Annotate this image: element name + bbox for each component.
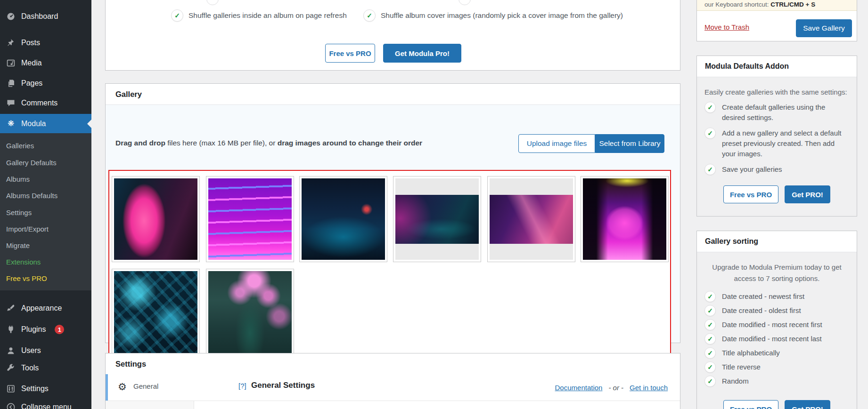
settings-panel: Settings ⚙ General [?] General Settings … xyxy=(105,353,680,409)
gallery-image-cyan-cubes[interactable] xyxy=(112,269,200,356)
general-tab-label: General xyxy=(133,382,158,390)
submenu-item-extensions[interactable]: Extensions xyxy=(6,257,41,267)
sidebar-item-label: Media xyxy=(21,59,42,67)
media-icon xyxy=(6,58,16,68)
help-icon[interactable]: [?] xyxy=(238,382,246,390)
select-from-library-button[interactable]: Select from Library xyxy=(595,134,664,153)
sidebar-item-label: Settings xyxy=(21,385,49,393)
gallery-images-dropzone[interactable] xyxy=(108,170,671,361)
defaults-box-title: Modula Defaults Addon xyxy=(697,56,857,77)
shuffle-covers-option: Shuffle album cover images (randomly pic… xyxy=(363,9,623,22)
defaults-box-body: Easily create galleries with the same se… xyxy=(697,77,857,216)
get-modula-pro-button[interactable]: Get Modula Pro! xyxy=(383,44,461,63)
gallery-image-neon-room[interactable] xyxy=(206,176,294,262)
settings-tab-general[interactable]: ⚙ General [?] General Settings Documenta… xyxy=(106,374,680,401)
wordpress-admin-page: Dashboard Posts Media Pages Comments xyxy=(0,0,868,409)
cutoff-checkbox[interactable] xyxy=(206,0,219,5)
album-options-panel: Shuffle galleries inside an album on pag… xyxy=(105,0,680,71)
plug-icon xyxy=(6,324,16,335)
sidebar-item-label: Modula xyxy=(21,120,46,128)
sorting-box-title: Gallery sorting xyxy=(697,231,857,252)
submenu-item-albums-defaults[interactable]: Albums Defaults xyxy=(6,191,57,200)
sidebar-item-pages[interactable]: Pages xyxy=(0,74,91,93)
sidebar-item-dashboard[interactable]: Dashboard xyxy=(0,7,91,26)
shortcut-keys: CTRL/CMD + S xyxy=(770,1,815,8)
free-vs-pro-button[interactable]: Free vs PRO xyxy=(325,44,375,63)
sidebar-item-users[interactable]: Users xyxy=(0,341,91,360)
collapse-menu-label: Collapse menu xyxy=(21,403,72,409)
checkbox-checked-icon[interactable] xyxy=(363,9,376,22)
sidebar-item-label: Appearance xyxy=(21,304,62,313)
check-icon xyxy=(704,305,716,316)
sidebar-item-appearance[interactable]: Appearance xyxy=(0,299,91,318)
sorting-option: Title reverse xyxy=(704,361,849,373)
collapse-menu-button[interactable]: Collapse menu xyxy=(0,398,91,409)
check-icon xyxy=(704,128,716,139)
sorting-option-label: Random xyxy=(722,376,749,387)
sidebar-item-plugins[interactable]: Plugins 1 xyxy=(0,320,91,339)
check-icon xyxy=(704,361,716,373)
plugins-update-badge: 1 xyxy=(55,325,64,334)
gallery-image-lantern-alley[interactable] xyxy=(206,269,294,356)
gallery-dropzone-body: Drag and drop files here (max 16 MB per … xyxy=(106,105,680,343)
comment-bubble-icon xyxy=(6,98,16,108)
gallery-image-neon-sign[interactable] xyxy=(112,176,200,262)
gallery-image-night-street[interactable] xyxy=(299,176,387,262)
submenu-item-free-vs-pro[interactable]: Free vs PRO xyxy=(6,274,47,283)
modula-submenu: Galleries Gallery Defaults Albums Albums… xyxy=(0,133,91,290)
get-pro-button[interactable]: Get PRO! xyxy=(785,185,830,203)
sidebar-item-comments[interactable]: Comments xyxy=(0,94,91,112)
move-to-trash-link[interactable]: Move to Trash xyxy=(704,23,749,31)
cutoff-checkbox[interactable] xyxy=(459,0,471,5)
gallery-panel-title: Gallery xyxy=(106,84,680,105)
free-vs-pro-button[interactable]: Free vs PRO xyxy=(723,400,778,409)
submenu-item-gallery-defaults[interactable]: Gallery Defaults xyxy=(6,158,57,168)
modula-icon: ❋ xyxy=(6,119,16,129)
sidebar-item-modula[interactable]: ❋ Modula xyxy=(0,114,91,133)
sorting-option: Date modified - most recent last xyxy=(704,333,849,345)
gallery-image-purple-sky[interactable] xyxy=(487,176,575,262)
submenu-item-albums[interactable]: Albums xyxy=(6,175,30,184)
settings-next-row xyxy=(106,401,680,409)
sidebar-item-posts[interactable]: Posts xyxy=(0,33,91,52)
gallery-image-neon-corridor[interactable] xyxy=(581,176,669,262)
user-icon xyxy=(6,345,16,356)
check-icon xyxy=(704,376,716,387)
submenu-item-migrate[interactable]: Migrate xyxy=(6,241,30,250)
drag-order-bold-text: drag images around to change their order xyxy=(278,139,422,147)
gear-icon: ⚙ xyxy=(118,381,127,393)
checkbox-label: Shuffle album cover images (randomly pic… xyxy=(381,11,623,20)
settings-doc-links: Documentation - or - Get in touch xyxy=(555,374,668,401)
save-gallery-button[interactable]: Save Gallery xyxy=(796,19,852,37)
sorting-intro: Upgrade to Modula Premium today to get a… xyxy=(704,262,849,284)
check-icon xyxy=(704,347,716,359)
free-vs-pro-button[interactable]: Free vs PRO xyxy=(723,185,778,203)
sliders-icon xyxy=(6,384,16,394)
check-icon xyxy=(704,319,716,330)
upload-image-files-button[interactable]: Upload image files xyxy=(518,134,595,153)
get-pro-button[interactable]: Get PRO! xyxy=(785,400,830,409)
get-in-touch-link[interactable]: Get in touch xyxy=(630,384,668,392)
sorting-option-label: Date modified - most recent first xyxy=(722,319,822,330)
sidebar-item-tools[interactable]: Tools xyxy=(0,359,91,377)
checkbox-checked-icon[interactable] xyxy=(171,9,183,22)
sidebar-item-settings[interactable]: Settings xyxy=(0,379,91,398)
documentation-link[interactable]: Documentation xyxy=(555,384,603,392)
sorting-option-label: Title alphabetically xyxy=(722,347,780,359)
submenu-item-import-export[interactable]: Import/Export xyxy=(6,225,49,234)
feature-text: Save your galleries xyxy=(722,164,782,175)
sorting-option-label: Date created - newest first xyxy=(722,291,804,302)
admin-sidebar: Dashboard Posts Media Pages Comments xyxy=(0,0,91,409)
drag-drop-text: files here (max 16 MB per file), or xyxy=(165,139,278,147)
sorting-option-label: Title reverse xyxy=(722,361,761,373)
gallery-image-dark-street[interactable] xyxy=(393,176,481,262)
submenu-item-settings[interactable]: Settings xyxy=(6,208,32,217)
checkbox-label: Shuffle galleries inside an album on pag… xyxy=(188,11,347,20)
shortcut-text: our Keyboard shortcut: xyxy=(704,1,770,8)
general-settings-heading: General Settings xyxy=(251,381,315,390)
submenu-item-galleries[interactable]: Galleries xyxy=(6,141,34,151)
defaults-intro: Easily create galleries with the same se… xyxy=(704,88,849,97)
sidebar-item-media[interactable]: Media xyxy=(0,54,91,72)
upload-button-group: Upload image files Select from Library xyxy=(518,134,664,153)
feature-text: Create default galleries using the desir… xyxy=(722,102,849,123)
